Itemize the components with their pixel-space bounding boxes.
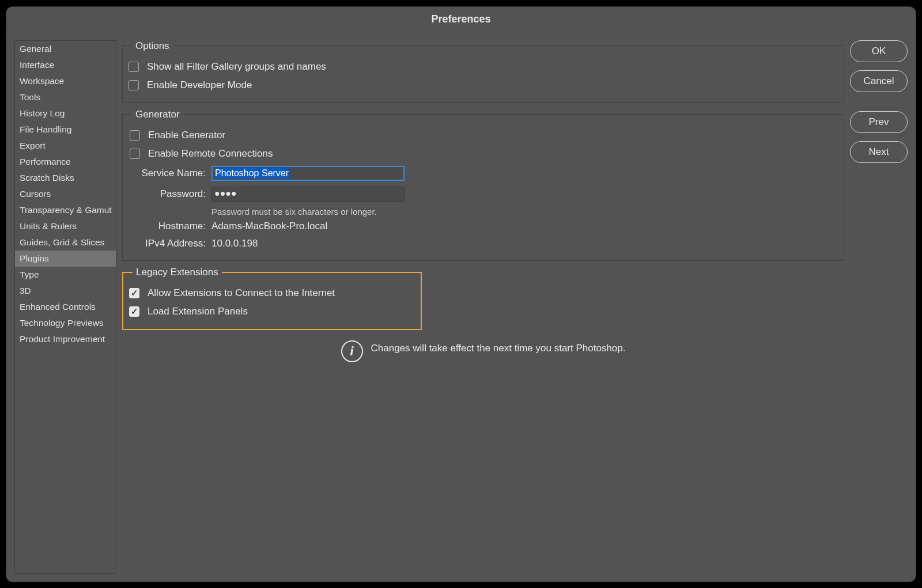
info-text: Changes will take effect the next time y… — [371, 340, 626, 354]
ipv4-value: 10.0.0.198 — [211, 238, 258, 249]
load-panels-row[interactable]: Load Extension Panels — [129, 302, 414, 321]
service-name-input[interactable]: Photoshop Server — [211, 166, 405, 181]
hostname-value: Adams-MacBook-Pro.local — [211, 221, 327, 232]
info-icon: i — [341, 340, 363, 362]
button-column: OK Cancel Prev Next — [850, 40, 908, 574]
sidebar-item-units-rulers[interactable]: Units & Rulers — [15, 218, 116, 234]
sidebar-item-3d[interactable]: 3D — [15, 283, 116, 299]
ipv4-label: IPv4 Address: — [130, 238, 211, 249]
service-name-label: Service Name: — [130, 168, 211, 179]
sidebar-item-export[interactable]: Export — [15, 138, 116, 154]
legacy-extensions-group: Legacy Extensions Allow Extensions to Co… — [122, 267, 422, 330]
password-input[interactable]: ●●●● — [211, 187, 405, 202]
enable-generator-checkbox[interactable] — [130, 130, 140, 141]
allow-internet-row[interactable]: Allow Extensions to Connect to the Inter… — [129, 284, 414, 302]
window-title: Preferences — [431, 13, 490, 25]
enable-remote-checkbox[interactable] — [130, 149, 140, 159]
password-label: Password: — [130, 188, 211, 200]
generator-group: Generator Enable Generator Enable Remote… — [122, 109, 844, 261]
sidebar-item-technology-previews[interactable]: Technology Previews — [15, 315, 116, 331]
sidebar-item-cursors[interactable]: Cursors — [15, 186, 116, 202]
allow-internet-checkbox[interactable] — [129, 288, 139, 298]
legacy-legend: Legacy Extensions — [133, 267, 222, 278]
options-group: Options Show all Filter Gallery groups a… — [122, 40, 844, 103]
main-panel: Options Show all Filter Gallery groups a… — [122, 40, 844, 574]
window-titlebar: Preferences — [6, 7, 916, 32]
cancel-button[interactable]: Cancel — [850, 70, 908, 92]
next-button[interactable]: Next — [850, 141, 908, 163]
sidebar-item-guides-grid-slices[interactable]: Guides, Grid & Slices — [15, 234, 116, 251]
enable-generator-label: Enable Generator — [148, 130, 225, 141]
allow-internet-label: Allow Extensions to Connect to the Inter… — [148, 287, 335, 299]
generator-legend: Generator — [132, 109, 183, 120]
sidebar-item-history-log[interactable]: History Log — [15, 105, 116, 122]
sidebar-item-performance[interactable]: Performance — [15, 154, 116, 170]
hostname-label: Hostname: — [130, 221, 211, 232]
show-filter-gallery-checkbox[interactable] — [129, 62, 139, 72]
preferences-sidebar: GeneralInterfaceWorkspaceToolsHistory Lo… — [14, 40, 116, 574]
content-area: GeneralInterfaceWorkspaceToolsHistory Lo… — [6, 32, 916, 582]
sidebar-item-type[interactable]: Type — [15, 267, 116, 283]
password-hint: Password must be six characters or longe… — [211, 204, 837, 218]
sidebar-item-enhanced-controls[interactable]: Enhanced Controls — [15, 299, 116, 315]
ok-button[interactable]: OK — [850, 40, 908, 62]
sidebar-item-plugins[interactable]: Plugins — [15, 251, 116, 267]
enable-remote-label: Enable Remote Connections — [148, 148, 273, 160]
sidebar-item-scratch-disks[interactable]: Scratch Disks — [15, 170, 116, 186]
show-filter-gallery-row[interactable]: Show all Filter Gallery groups and names — [129, 58, 837, 76]
load-panels-label: Load Extension Panels — [148, 306, 248, 317]
sidebar-item-transparency-gamut[interactable]: Transparency & Gamut — [15, 202, 116, 218]
sidebar-item-interface[interactable]: Interface — [15, 57, 116, 73]
sidebar-item-tools[interactable]: Tools — [15, 89, 116, 105]
enable-generator-row[interactable]: Enable Generator — [130, 126, 837, 145]
enable-remote-row[interactable]: Enable Remote Connections — [130, 145, 837, 163]
preferences-window: Preferences GeneralInterfaceWorkspaceToo… — [6, 6, 916, 582]
sidebar-item-file-handling[interactable]: File Handling — [15, 122, 116, 138]
sidebar-item-workspace[interactable]: Workspace — [15, 73, 116, 89]
service-name-row: Service Name: Photoshop Server — [130, 163, 837, 184]
load-panels-checkbox[interactable] — [129, 306, 139, 317]
password-row: Password: ●●●● — [130, 184, 837, 204]
sidebar-item-general[interactable]: General — [15, 41, 116, 57]
developer-mode-row[interactable]: Enable Developer Mode — [129, 76, 837, 94]
sidebar-item-product-improvement[interactable]: Product Improvement — [15, 331, 116, 347]
show-filter-gallery-label: Show all Filter Gallery groups and names — [147, 61, 326, 73]
developer-mode-label: Enable Developer Mode — [147, 79, 252, 91]
developer-mode-checkbox[interactable] — [129, 80, 139, 90]
options-legend: Options — [132, 40, 173, 52]
ipv4-row: IPv4 Address: 10.0.0.198 — [130, 235, 837, 252]
hostname-row: Hostname: Adams-MacBook-Pro.local — [130, 218, 837, 235]
info-row: i Changes will take effect the next time… — [122, 336, 844, 367]
prev-button[interactable]: Prev — [850, 111, 908, 133]
